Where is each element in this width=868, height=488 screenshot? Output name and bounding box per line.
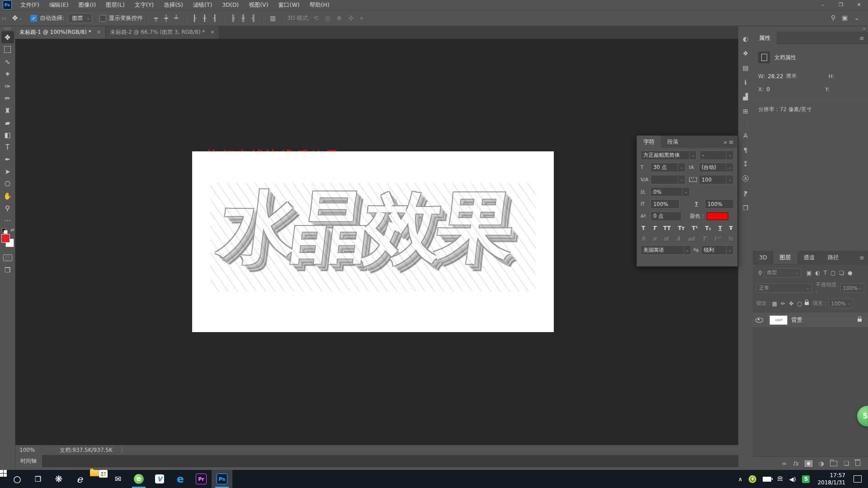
- restore-button[interactable]: ❐: [832, 0, 850, 9]
- language-dropdown[interactable]: 美国英语⌄: [641, 245, 691, 255]
- tool-preset-chevron-icon[interactable]: ⌄: [19, 16, 22, 20]
- search-icon[interactable]: ⚲: [831, 11, 835, 24]
- store-button[interactable]: [99, 470, 108, 478]
- cortana-button[interactable]: ○: [7, 470, 28, 488]
- tab-channels[interactable]: 通道: [797, 251, 821, 264]
- thunder-button[interactable]: V: [149, 470, 170, 488]
- distribute-right-icon[interactable]: ╢: [251, 11, 255, 25]
- distribute-center-icon[interactable]: ╫: [241, 11, 245, 25]
- status-chevron-icon[interactable]: 〉: [121, 446, 126, 454]
- hand-tool[interactable]: ✋: [1, 190, 14, 202]
- tab-3d[interactable]: 3D: [753, 251, 774, 264]
- move-tool[interactable]: ✥: [1, 31, 14, 43]
- layer-visibility-cell[interactable]: [753, 313, 766, 327]
- blend-mode-dropdown[interactable]: 正常 ⌄: [756, 283, 812, 293]
- layer-row-background[interactable]: 水晶效果 背景: [753, 313, 868, 327]
- filter-smart-objects-icon[interactable]: ❏: [839, 270, 844, 276]
- fill-field[interactable]: 100% ⌄: [828, 299, 854, 308]
- close-icon[interactable]: ✕: [97, 29, 101, 35]
- filter-shape-layers-icon[interactable]: ▢: [830, 270, 835, 276]
- glyphs-panel-icon[interactable]: ⁑: [740, 159, 751, 170]
- panel-menu-icon[interactable]: ≡: [859, 254, 864, 261]
- menu-image[interactable]: 图像(I): [74, 1, 101, 8]
- tab-paragraph[interactable]: 段落: [661, 136, 685, 148]
- navigator-panel-icon[interactable]: ⊞: [740, 106, 751, 117]
- tab-character[interactable]: 字符: [637, 136, 661, 148]
- character-panel-icon[interactable]: A: [740, 130, 751, 141]
- panel-menu-icon[interactable]: ≡: [729, 139, 734, 145]
- align-left-edges-icon[interactable]: ┠: [193, 11, 196, 25]
- auto-select-target-dropdown[interactable]: 图层 ⌄: [68, 13, 92, 23]
- brush-tool[interactable]: ✏: [1, 92, 14, 104]
- superscript-button[interactable]: T¹: [692, 225, 698, 231]
- lock-move-icon[interactable]: ✥: [789, 300, 793, 307]
- document-tab-2[interactable]: 未标题-2 @ 66.7% (图层 3, RGB/8) * ✕: [106, 25, 220, 39]
- photoshop-button[interactable]: Ps: [212, 470, 232, 488]
- menu-type[interactable]: 文字(Y): [130, 1, 159, 8]
- vertical-scale-field[interactable]: 100%: [651, 199, 679, 209]
- 360-safety-icon[interactable]: ✚: [749, 475, 756, 483]
- type-tool[interactable]: T: [1, 141, 14, 153]
- text-color-swatch[interactable]: [707, 212, 728, 220]
- marquee-tool[interactable]: [1, 43, 14, 56]
- shape-tool[interactable]: ⎔: [1, 178, 14, 190]
- distribute-left-icon[interactable]: ╟: [231, 11, 235, 25]
- 3d-scale-icon[interactable]: ⌖: [360, 11, 363, 25]
- faux-bold-button[interactable]: T: [642, 225, 645, 231]
- stylistic-alternates-button[interactable]: A: [676, 235, 680, 242]
- tab-layers[interactable]: 图层: [774, 251, 797, 264]
- volume-icon[interactable]: ◀): [789, 476, 796, 483]
- info-panel-icon[interactable]: ℹ: [740, 77, 751, 88]
- align-horizontal-centers-icon[interactable]: ╂: [203, 11, 206, 25]
- underline-button[interactable]: T: [718, 225, 722, 231]
- align-top-edges-icon[interactable]: ┯: [154, 11, 158, 25]
- clock[interactable]: 17:57 2018/1/31: [817, 472, 845, 486]
- subscript-button[interactable]: T₁: [705, 225, 711, 231]
- character-styles-panel-icon[interactable]: Ⓐ: [740, 174, 751, 184]
- ligatures-button[interactable]: fi: [642, 235, 645, 242]
- clone-source-panel-icon[interactable]: ❐: [740, 202, 751, 213]
- 3d-roll-icon[interactable]: ◎: [325, 11, 330, 25]
- gradient-tool[interactable]: ◧: [1, 129, 14, 141]
- eraser-tool[interactable]: ▰: [1, 117, 14, 129]
- tracking-dropdown[interactable]: 100⌄: [699, 175, 734, 184]
- battery-icon[interactable]: [763, 477, 771, 482]
- task-view-button[interactable]: ❒: [28, 470, 48, 488]
- add-mask-icon[interactable]: [805, 460, 812, 467]
- link-layers-icon[interactable]: ∞: [782, 460, 787, 467]
- menu-filter[interactable]: 滤镜(T): [188, 1, 217, 8]
- filter-toggle-icon[interactable]: ●: [848, 270, 852, 276]
- eyedropper-tool[interactable]: ✑: [1, 80, 14, 92]
- zoom-tool[interactable]: ⚲: [1, 202, 14, 214]
- antialias-dropdown[interactable]: 锐利⌄: [701, 245, 734, 255]
- minimize-button[interactable]: –: [814, 0, 832, 9]
- styles-panel-icon[interactable]: ❖: [740, 48, 751, 59]
- align-bottom-edges-icon[interactable]: ┷: [175, 11, 178, 25]
- tray-chevron-icon[interactable]: ∧: [738, 476, 743, 483]
- font-family-dropdown[interactable]: 方正超粗黑简体⌄: [641, 150, 697, 160]
- menu-select[interactable]: 选择(S): [159, 1, 188, 8]
- menu-help[interactable]: 帮助(H): [305, 1, 335, 8]
- fractions-button[interactable]: ½: [727, 235, 733, 242]
- swash-button[interactable]: ơ: [653, 235, 656, 242]
- libraries-panel-icon[interactable]: ▤: [740, 62, 751, 73]
- filter-type-dropdown[interactable]: 类型 ⌄: [764, 268, 801, 277]
- faux-italic-button[interactable]: T: [652, 225, 656, 231]
- foreground-color-swatch[interactable]: [1, 234, 10, 243]
- 3d-slide-icon[interactable]: ✣: [348, 11, 354, 25]
- adjustment-layer-icon[interactable]: ◑: [819, 460, 824, 467]
- edge-button[interactable]: e: [170, 470, 191, 488]
- close-icon[interactable]: ✕: [210, 29, 214, 35]
- swap-colors-icon[interactable]: ⇄: [10, 227, 14, 232]
- kerning-dropdown[interactable]: ⌄: [651, 175, 685, 184]
- all-caps-button[interactable]: TT: [663, 225, 671, 231]
- layer-style-fx-icon[interactable]: fx: [793, 460, 798, 467]
- filter-type-layers-icon[interactable]: T: [824, 270, 827, 276]
- new-layer-icon[interactable]: ❏: [844, 460, 849, 467]
- filter-adjustment-layers-icon[interactable]: ◐: [815, 270, 820, 276]
- ie-browser-button[interactable]: e: [69, 470, 90, 488]
- layer-thumbnail[interactable]: 水晶效果: [769, 315, 788, 325]
- auto-select-checkbox[interactable]: ✓: [30, 15, 37, 22]
- close-button[interactable]: ✕: [850, 0, 868, 9]
- magic-wand-tool[interactable]: ✶: [1, 68, 14, 80]
